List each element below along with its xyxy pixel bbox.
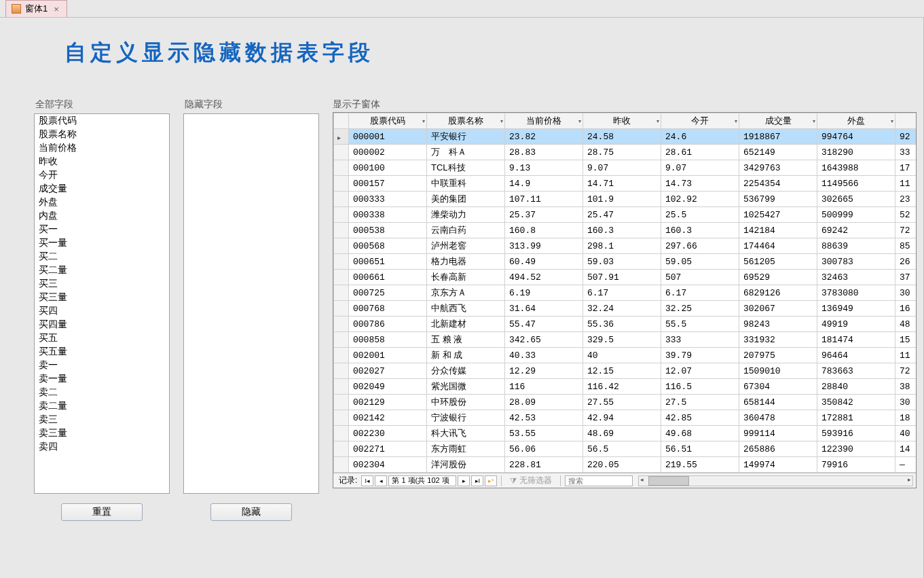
nav-first-icon[interactable]: I◂: [361, 475, 373, 486]
table-row[interactable]: 002001新 和 成40.334039.792079759646411: [334, 348, 917, 363]
cell[interactable]: 507.91: [583, 270, 661, 285]
cell[interactable]: 48: [895, 317, 917, 332]
close-icon[interactable]: ×: [52, 4, 61, 14]
cell[interactable]: 23.82: [505, 129, 583, 145]
list-item[interactable]: 外盘: [35, 196, 169, 209]
row-selector[interactable]: [334, 223, 349, 238]
cell[interactable]: 302067: [739, 301, 817, 317]
cell[interactable]: 37: [895, 270, 917, 285]
chevron-down-icon[interactable]: ▾: [657, 118, 659, 124]
column-header[interactable]: [895, 113, 917, 129]
cell[interactable]: 6829126: [739, 285, 817, 301]
cell[interactable]: 1509010: [739, 363, 817, 379]
cell[interactable]: 28.61: [661, 145, 739, 160]
row-selector[interactable]: [334, 457, 349, 473]
cell[interactable]: 88639: [817, 238, 895, 254]
row-selector[interactable]: [334, 301, 349, 317]
table-row[interactable]: 000002万 科Ａ28.8328.7528.6165214931829033: [334, 145, 917, 160]
cell[interactable]: 洋河股份: [427, 457, 505, 473]
cell[interactable]: 172881: [817, 410, 895, 426]
list-item[interactable]: 昨收: [35, 155, 169, 168]
cell[interactable]: 16: [895, 301, 917, 317]
cell[interactable]: 002001: [349, 348, 427, 363]
chevron-down-icon[interactable]: ▾: [891, 118, 893, 124]
row-selector[interactable]: [334, 332, 349, 348]
list-item[interactable]: 买四: [35, 304, 169, 318]
cell[interactable]: 494.52: [505, 270, 583, 285]
row-selector[interactable]: [334, 441, 349, 457]
row-selector[interactable]: [334, 160, 349, 176]
cell[interactable]: 593916: [817, 426, 895, 441]
cell[interactable]: 000100: [349, 160, 427, 176]
list-item[interactable]: 买三量: [35, 291, 169, 304]
cell[interactable]: 32463: [817, 270, 895, 285]
list-item[interactable]: 买一量: [35, 236, 169, 250]
cell[interactable]: 53.55: [505, 426, 583, 441]
cell[interactable]: 55.47: [505, 317, 583, 332]
cell[interactable]: 平安银行: [427, 129, 505, 145]
column-header[interactable]: 股票代码▾: [349, 113, 427, 129]
row-selector[interactable]: [334, 348, 349, 363]
cell[interactable]: 92: [895, 129, 917, 145]
cell[interactable]: 72: [895, 223, 917, 238]
cell[interactable]: 28.09: [505, 395, 583, 410]
table-row[interactable]: 002304洋河股份228.81220.05219.5514997479916—: [334, 457, 917, 473]
row-selector[interactable]: [334, 176, 349, 192]
cell[interactable]: 28.75: [583, 145, 661, 160]
chevron-down-icon[interactable]: ▾: [735, 118, 737, 124]
cell[interactable]: 25.5: [661, 207, 739, 223]
cell[interactable]: 994764: [817, 129, 895, 145]
cell[interactable]: 39.79: [661, 348, 739, 363]
cell[interactable]: 3429763: [739, 160, 817, 176]
cell[interactable]: 42.94: [583, 410, 661, 426]
cell[interactable]: 15: [895, 332, 917, 348]
chevron-down-icon[interactable]: ▾: [578, 118, 581, 124]
list-item[interactable]: 股票代码: [35, 114, 169, 128]
nav-new-icon[interactable]: ▸*: [485, 475, 497, 486]
cell[interactable]: —: [895, 457, 917, 473]
cell[interactable]: 24.58: [583, 129, 661, 145]
row-selector[interactable]: [334, 395, 349, 410]
cell[interactable]: 116.5: [661, 379, 739, 395]
cell[interactable]: TCL科技: [427, 160, 505, 176]
form-tab[interactable]: 窗体1 ×: [5, 0, 67, 17]
cell[interactable]: 32.24: [583, 301, 661, 317]
table-row[interactable]: 000001平安银行23.8224.5824.6191886799476492: [334, 129, 917, 145]
chevron-down-icon[interactable]: ▾: [422, 118, 425, 124]
cell[interactable]: 28.83: [505, 145, 583, 160]
nav-position-input[interactable]: [388, 475, 456, 486]
cell[interactable]: 313.99: [505, 238, 583, 254]
table-row[interactable]: 000568泸州老窖313.99298.1297.661744648863985: [334, 238, 917, 254]
cell[interactable]: 000786: [349, 317, 427, 332]
cell[interactable]: 999114: [739, 426, 817, 441]
cell[interactable]: 652149: [739, 145, 817, 160]
cell[interactable]: 59.03: [583, 254, 661, 270]
nav-prev-icon[interactable]: ◂: [375, 475, 387, 486]
nav-last-icon[interactable]: ▸I: [471, 475, 483, 486]
row-selector[interactable]: [334, 379, 349, 395]
cell[interactable]: 318290: [817, 145, 895, 160]
row-selector[interactable]: [334, 192, 349, 207]
cell[interactable]: 3783080: [817, 285, 895, 301]
list-item[interactable]: 买一: [35, 223, 169, 236]
cell[interactable]: 55.36: [583, 317, 661, 332]
cell[interactable]: 300783: [817, 254, 895, 270]
table-row[interactable]: 000661长春高新494.52507.91507695293246337: [334, 270, 917, 285]
cell[interactable]: 297.66: [661, 238, 739, 254]
cell[interactable]: 14.73: [661, 176, 739, 192]
cell[interactable]: 中联重科: [427, 176, 505, 192]
cell[interactable]: 14.9: [505, 176, 583, 192]
cell[interactable]: 331932: [739, 332, 817, 348]
cell[interactable]: 174464: [739, 238, 817, 254]
cell[interactable]: 116.42: [583, 379, 661, 395]
column-header[interactable]: 成交量▾: [739, 113, 817, 129]
row-selector[interactable]: [334, 254, 349, 270]
cell[interactable]: 000002: [349, 145, 427, 160]
cell[interactable]: 1025427: [739, 207, 817, 223]
cell[interactable]: 220.05: [583, 457, 661, 473]
cell[interactable]: 107.11: [505, 192, 583, 207]
cell[interactable]: 9.13: [505, 160, 583, 176]
list-item[interactable]: 当前价格: [35, 141, 169, 155]
cell[interactable]: 31.64: [505, 301, 583, 317]
cell[interactable]: 2254354: [739, 176, 817, 192]
